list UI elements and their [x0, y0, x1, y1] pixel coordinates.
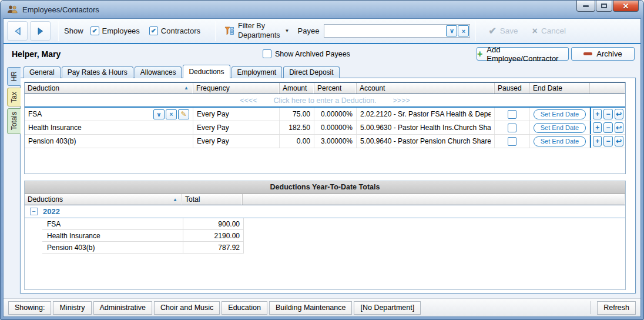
- ytd-total-value: 900.00: [183, 218, 244, 229]
- account-value: 2.02.2120 - Sr. Pastor FSA Health & Depe…: [360, 110, 491, 118]
- ytd-row[interactable]: Health Insurance 2190.00: [42, 230, 244, 242]
- column-header-total[interactable]: Total: [182, 194, 243, 205]
- department-no-department[interactable]: [No Department]: [354, 301, 421, 315]
- close-button[interactable]: ✕: [613, 1, 639, 12]
- new-deduction-entry-row[interactable]: <<<< Click here to enter a Deduction. >>…: [25, 94, 625, 108]
- department-choir-and-music[interactable]: Choir and Music: [154, 301, 220, 315]
- undo-row-button[interactable]: ↩: [615, 136, 623, 146]
- add-row-button[interactable]: +: [593, 122, 602, 133]
- tab-deductions[interactable]: Deductions: [183, 65, 230, 78]
- department-administrative[interactable]: Administrative: [93, 301, 153, 315]
- deduction-dropdown-button[interactable]: ∨: [153, 109, 165, 119]
- column-header-amount[interactable]: Amount: [280, 83, 314, 94]
- deduction-name: Pension 403(b): [28, 137, 76, 145]
- window-controls: ✕: [576, 1, 639, 12]
- payee-input[interactable]: [328, 27, 445, 35]
- ytd-year-group[interactable]: − 2022: [25, 205, 625, 218]
- percent-value: 3.00000%: [321, 137, 353, 145]
- chevron-down-icon: ∨: [450, 27, 454, 35]
- payee-dropdown-button[interactable]: ∨: [446, 25, 457, 36]
- column-header-deduction[interactable]: Deduction ▲: [25, 83, 193, 94]
- ytd-deduction-name: Pension 403(b): [42, 242, 183, 253]
- tab-pay-rates-hours[interactable]: Pay Rates & Hours: [62, 66, 133, 78]
- tab-direct-deposit[interactable]: Direct Deposit: [283, 66, 339, 78]
- side-tab-tax[interactable]: Tax: [7, 88, 21, 106]
- contractors-checkbox[interactable]: ✔ Contractors: [149, 26, 200, 35]
- nav-previous-button[interactable]: [7, 21, 28, 41]
- undo-row-button[interactable]: ↩: [615, 109, 623, 119]
- contractors-checkbox-label: Contractors: [161, 26, 200, 35]
- payee-clear-button[interactable]: ×: [458, 25, 469, 36]
- delete-row-button[interactable]: −: [603, 122, 612, 133]
- column-header-frequency[interactable]: Frequency: [193, 83, 280, 94]
- show-archived-label: Show Archived Payees: [275, 50, 350, 58]
- inline-editors: ∨ × ✎: [153, 109, 189, 119]
- tab-strip: General Pay Rates & Hours Allowances Ded…: [24, 65, 341, 78]
- department-ministry[interactable]: Ministry: [53, 301, 91, 315]
- deduction-edit-button[interactable]: ✎: [178, 109, 189, 119]
- paused-checkbox[interactable]: [508, 124, 516, 132]
- maximize-button[interactable]: [596, 1, 612, 12]
- add-employee-contractor-button[interactable]: + Add Employee/Contractor: [477, 47, 569, 61]
- toolbar-separator: [215, 21, 216, 41]
- column-header-deductions[interactable]: Deductions ▲: [25, 194, 182, 205]
- column-header-percent[interactable]: Percent: [314, 83, 357, 94]
- status-bar-separator: [590, 301, 591, 314]
- side-tab-hr[interactable]: HR: [7, 67, 21, 86]
- collapse-icon[interactable]: −: [30, 208, 38, 215]
- paused-checkbox[interactable]: [508, 137, 516, 146]
- payee-combobox[interactable]: ∨ ×: [324, 24, 470, 38]
- minimize-button[interactable]: [576, 1, 595, 12]
- ytd-header-row: Deductions ▲ Total: [25, 194, 625, 205]
- checkbox-box: ✔: [149, 26, 158, 35]
- deduction-row[interactable]: FSA ∨ × ✎ Every Pay 75.00 0.00000% 2.02.…: [25, 108, 625, 121]
- archive-button[interactable]: Archive: [571, 47, 635, 61]
- set-end-date-button[interactable]: Set End Date: [534, 109, 586, 119]
- sort-ascending-icon: ▲: [184, 83, 190, 94]
- tab-general[interactable]: General: [24, 66, 61, 78]
- column-header-end-date[interactable]: End Date: [530, 83, 590, 94]
- cancel-button[interactable]: × Cancel: [525, 21, 573, 41]
- department-building-maintenance[interactable]: Building Maintenance: [269, 301, 353, 315]
- delete-row-button[interactable]: −: [603, 136, 612, 146]
- hint-arrows-right: >>>>: [393, 96, 410, 105]
- title-bar[interactable]: Employees/Contactors ✕: [1, 1, 643, 18]
- nav-next-button[interactable]: [30, 21, 51, 41]
- checkmark-icon: ✔: [488, 25, 496, 36]
- undo-row-button[interactable]: ↩: [615, 122, 623, 133]
- column-header-blank: [243, 194, 625, 205]
- paused-checkbox[interactable]: [508, 110, 516, 119]
- deduction-row[interactable]: Pension 403(b) Every Pay 0.00 3.00000% 5…: [25, 135, 625, 148]
- set-end-date-button[interactable]: Set End Date: [534, 136, 586, 146]
- column-header-account[interactable]: Account: [357, 83, 495, 94]
- amount-value: 75.00: [293, 110, 310, 118]
- sort-ascending-icon: ▲: [173, 197, 179, 202]
- hint-text: Click here to enter a Deduction.: [273, 96, 376, 105]
- pencil-edit-icon: ✎: [180, 110, 186, 118]
- delete-row-button[interactable]: −: [603, 109, 612, 119]
- filter-by-departments-button[interactable]: Filter By Departments ▼: [221, 20, 294, 42]
- side-tab-totals[interactable]: Totals: [7, 108, 21, 134]
- deduction-row[interactable]: Health Insurance Every Pay 182.50 0.0000…: [25, 121, 625, 135]
- ytd-row[interactable]: Pension 403(b) 787.92: [42, 242, 244, 254]
- set-end-date-button[interactable]: Set End Date: [534, 123, 586, 133]
- ytd-row[interactable]: FSA 900.00: [42, 218, 244, 230]
- tab-employment[interactable]: Employment: [232, 66, 283, 78]
- refresh-button[interactable]: Refresh: [597, 301, 636, 315]
- department-education[interactable]: Education: [222, 301, 267, 315]
- show-archived-checkbox[interactable]: Show Archived Payees: [263, 49, 350, 58]
- checkmark-icon: ✔: [92, 27, 97, 35]
- tab-allowances[interactable]: Allowances: [135, 66, 182, 78]
- add-row-button[interactable]: +: [593, 109, 602, 119]
- employees-checkbox[interactable]: ✔ Employees: [90, 26, 140, 35]
- grid-header-row: Deduction ▲ Frequency Amount Percent Acc…: [25, 82, 625, 94]
- ytd-rows: FSA 900.00 Health Insurance 2190.00 Pens…: [42, 218, 244, 254]
- ytd-totals-section: Deductions Year-To-Date Totals Deduction…: [24, 181, 626, 290]
- add-row-button[interactable]: +: [593, 136, 602, 146]
- checkbox-box: ✔: [90, 26, 99, 35]
- status-bar: Showing: Ministry Administrative Choir a…: [4, 298, 640, 316]
- deduction-clear-button[interactable]: ×: [166, 109, 177, 119]
- column-header-paused[interactable]: Paused: [495, 83, 530, 94]
- save-button[interactable]: ✔ Save: [481, 21, 525, 41]
- close-icon: ✕: [623, 2, 629, 10]
